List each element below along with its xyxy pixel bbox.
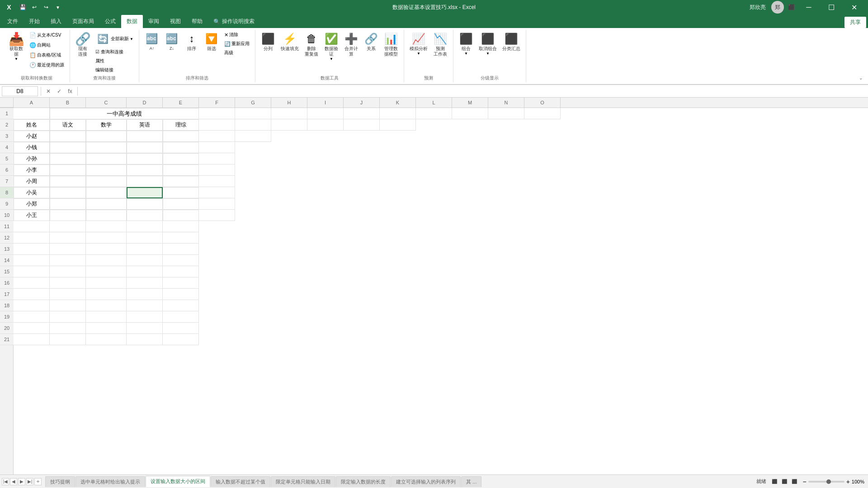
cell-D20[interactable] xyxy=(127,323,163,334)
row-num-13[interactable]: 13 xyxy=(0,244,14,255)
cell-G1[interactable] xyxy=(235,108,271,119)
save-quick-btn[interactable]: 💾 xyxy=(17,2,28,13)
sheet-tab-2[interactable]: 选中单元格时给出输入提示 xyxy=(75,476,145,487)
cell-E3[interactable] xyxy=(163,131,199,142)
what-if-btn[interactable]: 📈 模拟分析 ▼ xyxy=(408,31,429,56)
col-header-H[interactable]: H xyxy=(271,98,307,108)
cell-B16[interactable] xyxy=(50,277,86,289)
cell-F4[interactable] xyxy=(199,142,235,153)
cell-H1[interactable] xyxy=(271,108,307,119)
cell-B3[interactable] xyxy=(50,131,86,142)
cell-D15[interactable] xyxy=(127,266,163,277)
relationships-btn[interactable]: 🔗 关系 xyxy=(362,31,380,52)
cell-B13[interactable] xyxy=(50,244,86,255)
cell-C14[interactable] xyxy=(86,255,127,266)
cell-E6[interactable] xyxy=(163,164,199,176)
undo-quick-btn[interactable]: ↩ xyxy=(29,2,40,13)
row-num-8[interactable]: 8 xyxy=(0,187,14,198)
cell-B5[interactable] xyxy=(50,153,86,164)
cell-A14[interactable] xyxy=(14,255,50,266)
cell-C16[interactable] xyxy=(86,277,127,289)
row-num-15[interactable]: 15 xyxy=(0,266,14,277)
tab-data[interactable]: 数据 xyxy=(121,15,143,28)
cell-E2[interactable]: 理综 xyxy=(163,119,199,131)
cell-A12[interactable] xyxy=(14,232,50,244)
ribbon-display-options[interactable]: ⬛ xyxy=(786,2,797,13)
cell-F7[interactable] xyxy=(199,176,235,187)
clear-btn[interactable]: ✕ 清除 xyxy=(222,31,251,39)
cell-F3[interactable] xyxy=(199,131,235,142)
cell-L1[interactable] xyxy=(416,108,452,119)
cell-C9[interactable] xyxy=(86,198,127,210)
row-num-14[interactable]: 14 xyxy=(0,255,14,266)
cell-D19[interactable] xyxy=(127,311,163,323)
share-btn[interactable]: 共享 xyxy=(844,17,866,28)
cell-C10[interactable] xyxy=(86,210,127,221)
cell-E17[interactable] xyxy=(163,289,199,300)
add-sheet-btn[interactable]: ＋ xyxy=(34,478,42,485)
cell-E19[interactable] xyxy=(163,311,199,323)
group-btn[interactable]: ⬛ 组合 ▼ xyxy=(457,31,475,56)
cell-B10[interactable] xyxy=(50,210,86,221)
row-num-18[interactable]: 18 xyxy=(0,300,14,311)
tab-search[interactable]: 🔍 操作说明搜索 xyxy=(208,15,260,28)
cell-B21[interactable] xyxy=(50,334,86,345)
cell-D4[interactable] xyxy=(127,142,163,153)
subtotal-btn[interactable]: ⬛ 分类汇总 xyxy=(500,31,522,52)
cell-E14[interactable] xyxy=(163,255,199,266)
sheet-nav-prev[interactable]: ◀ xyxy=(10,478,17,485)
cell-E16[interactable] xyxy=(163,277,199,289)
query-connections-btn[interactable]: ☑ 查询和连接 xyxy=(94,48,135,56)
filter-btn[interactable]: 🔽 筛选 xyxy=(203,31,221,52)
cell-B14[interactable] xyxy=(50,255,86,266)
minimize-btn[interactable]: ─ xyxy=(798,0,819,14)
tab-view[interactable]: 视图 xyxy=(165,15,186,28)
cell-C15[interactable] xyxy=(86,266,127,277)
col-header-C[interactable]: C xyxy=(86,98,127,108)
col-header-F[interactable]: F xyxy=(199,98,235,108)
sheet-tab-3[interactable]: 设置输入数据大小的区间 xyxy=(146,476,210,487)
properties-btn[interactable]: 属性 xyxy=(94,57,135,65)
ungroup-btn[interactable]: ⬛ 取消组合 ▼ xyxy=(477,31,499,56)
cell-E12[interactable] xyxy=(163,232,199,244)
cell-E15[interactable] xyxy=(163,266,199,277)
zoom-slider[interactable] xyxy=(808,481,844,483)
col-header-M[interactable]: M xyxy=(452,98,488,108)
cell-D21[interactable] xyxy=(127,334,163,345)
cell-F2[interactable] xyxy=(199,119,235,131)
tab-formulas[interactable]: 公式 xyxy=(99,15,121,28)
cell-A19[interactable] xyxy=(14,311,50,323)
col-header-J[interactable]: J xyxy=(344,98,380,108)
cell-D8[interactable] xyxy=(127,187,163,198)
row-num-9[interactable]: 9 xyxy=(0,198,14,210)
cell-B19[interactable] xyxy=(50,311,86,323)
cell-B1-merged[interactable]: 一中高考成绩 xyxy=(50,108,199,119)
cell-F10[interactable] xyxy=(199,210,235,221)
col-header-B[interactable]: B xyxy=(50,98,86,108)
tab-review[interactable]: 审阅 xyxy=(143,15,165,28)
collapse-ribbon-btn[interactable]: ⌄ xyxy=(857,75,864,81)
sheet-tab-6[interactable]: 限定输入数据的长度 xyxy=(336,476,391,487)
cell-F8[interactable] xyxy=(199,187,235,198)
cell-E5[interactable] xyxy=(163,153,199,164)
row-num-11[interactable]: 11 xyxy=(0,221,14,232)
confirm-formula-btn[interactable]: ✓ xyxy=(55,87,64,96)
cell-C8[interactable] xyxy=(86,187,127,198)
cell-D5[interactable] xyxy=(127,153,163,164)
cell-A6[interactable]: 小李 xyxy=(14,164,50,176)
sort-desc-btn[interactable]: 🔤 Z↓ xyxy=(163,31,181,52)
cell-C5[interactable] xyxy=(86,153,127,164)
tab-file[interactable]: 文件 xyxy=(2,15,24,28)
cell-E7[interactable] xyxy=(163,176,199,187)
row-num-4[interactable]: 4 xyxy=(0,142,14,153)
insert-function-btn[interactable]: fx xyxy=(66,87,75,96)
row-num-7[interactable]: 7 xyxy=(0,176,14,187)
cell-C18[interactable] xyxy=(86,300,127,311)
col-header-E[interactable]: E xyxy=(163,98,199,108)
recent-sources-btn[interactable]: 🕐 最近使用的源 xyxy=(27,61,66,70)
cell-E21[interactable] xyxy=(163,334,199,345)
cell-D10[interactable] xyxy=(127,210,163,221)
cell-M1[interactable] xyxy=(452,108,488,119)
row-num-5[interactable]: 5 xyxy=(0,153,14,164)
cell-B12[interactable] xyxy=(50,232,86,244)
